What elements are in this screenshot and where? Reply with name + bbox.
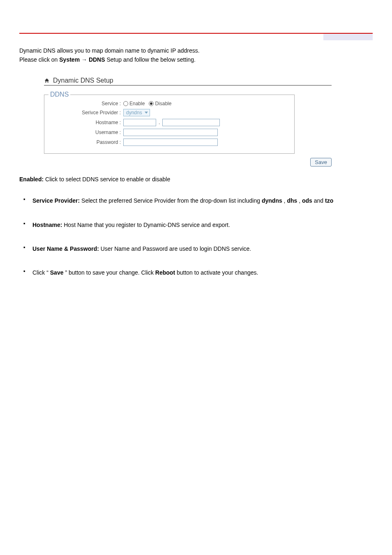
value-provider: dyndns xyxy=(123,109,150,116)
breadcrumb: System → DDNS xyxy=(59,56,106,63)
intro-line2-suffix: Setup and follow the below setting. xyxy=(106,56,195,63)
bullet1-sub2: dhs xyxy=(287,197,297,204)
intro-text: Dynamic DNS allows you to map domain nam… xyxy=(19,46,373,65)
row-username: Username : xyxy=(49,129,289,136)
radio-enable-circle xyxy=(123,101,128,106)
label-hostname: Hostname : xyxy=(49,120,123,125)
header-right-block xyxy=(323,34,373,40)
bullet3-title: User Name & Password: xyxy=(32,245,99,252)
top-red-border xyxy=(19,33,373,34)
row-hostname: Hostname : . xyxy=(49,119,289,126)
username-input[interactable] xyxy=(123,129,218,136)
save-button-wrap: Save xyxy=(44,158,332,166)
bullet1-sub3: ods xyxy=(302,197,312,204)
row-service: Service : Enable Disable xyxy=(49,101,289,106)
bullet4-save: Save xyxy=(50,269,64,276)
fieldset-legend: DDNS xyxy=(48,91,70,98)
bullet1-body: Select the preferred Service Provider fr… xyxy=(81,197,262,204)
provider-select[interactable]: dyndns xyxy=(123,109,150,116)
bullet1-mid2: , xyxy=(299,197,302,204)
password-input[interactable] xyxy=(123,139,218,146)
breadcrumb-ddns: DDNS xyxy=(89,56,105,63)
bullet1-mid3: and xyxy=(314,197,325,204)
bullet-credentials: User Name & Password: User Name and Pass… xyxy=(23,244,373,253)
hostname-input-1[interactable] xyxy=(123,119,156,126)
label-password: Password : xyxy=(49,139,123,145)
row-provider: Serivce Provider : dyndns xyxy=(49,109,289,116)
radio-disable-dot xyxy=(150,102,152,105)
intro-line1: Dynamic DNS allows you to map domain nam… xyxy=(19,47,200,54)
ddns-fieldset: DDNS Service : Enable Disable Serivce Pr… xyxy=(44,95,295,154)
row-password: Password : xyxy=(49,139,289,146)
label-username: Username : xyxy=(49,130,123,135)
home-icon xyxy=(44,78,50,83)
bullet4-prefix: Click “ xyxy=(32,269,48,276)
save-button[interactable]: Save xyxy=(310,158,332,166)
hostname-input-2[interactable] xyxy=(162,119,220,126)
radio-disable-circle xyxy=(149,101,154,106)
label-service: Service : xyxy=(49,101,123,106)
bullet-list: Service Provider: Select the preferred S… xyxy=(23,196,373,278)
page-content: Dynamic DNS allows you to map domain nam… xyxy=(0,34,392,278)
value-service: Enable Disable xyxy=(123,101,174,106)
post-note-title: Enabled: xyxy=(19,176,45,183)
screenshot-title: Dynamic DNS Setup xyxy=(53,77,113,84)
value-hostname: . xyxy=(123,119,220,126)
screenshot-panel: Dynamic DNS Setup DDNS Service : Enable … xyxy=(44,77,332,166)
radio-enable[interactable]: Enable xyxy=(123,101,145,106)
value-password xyxy=(123,139,218,146)
bullet2-body: Host Name that you register to Dynamic-D… xyxy=(64,222,230,228)
label-provider: Serivce Provider : xyxy=(49,110,123,116)
bullet2-title: Hostname: xyxy=(32,222,62,228)
breadcrumb-system: System xyxy=(59,56,80,63)
value-username xyxy=(123,129,218,136)
bullet4-end: button to activate your changes. xyxy=(177,269,258,276)
bullet1-title: Service Provider: xyxy=(32,197,80,204)
radio-enable-label: Enable xyxy=(129,101,145,106)
radio-disable[interactable]: Disable xyxy=(149,101,171,106)
bullet1-sub4: tzo xyxy=(325,197,333,204)
bullet3-body: User Name and Password are used to login… xyxy=(101,245,251,252)
bullet-service-provider: Service Provider: Select the preferred S… xyxy=(23,196,373,205)
radio-disable-label: Disable xyxy=(155,101,171,106)
bullet4-suffix: ” button to save your change. Click xyxy=(65,269,155,276)
breadcrumb-arrow: → xyxy=(81,56,89,63)
bullet1-sub1: dyndns xyxy=(262,197,282,204)
post-note: Enabled: Click to select DDNS service to… xyxy=(19,175,373,184)
post-note-body: Click to select DDNS service to enable o… xyxy=(45,176,170,183)
intro-line2-prefix: Please click on xyxy=(19,56,59,63)
bullet4-reboot: Reboot xyxy=(155,269,175,276)
screenshot-header: Dynamic DNS Setup xyxy=(44,77,332,86)
hostname-dot: . xyxy=(159,120,160,125)
bullet-hostname: Hostname: Host Name that you register to… xyxy=(23,220,373,229)
bullet-save: Click “ Save ” button to save your chang… xyxy=(23,268,373,277)
